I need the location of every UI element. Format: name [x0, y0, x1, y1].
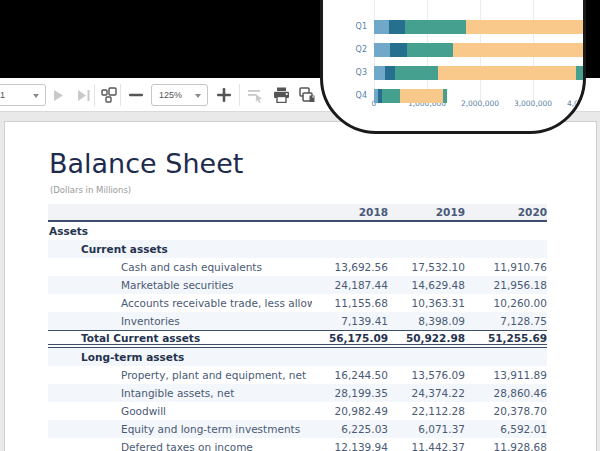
row-value: 14,629.48 — [388, 279, 465, 291]
table-row: Intangible assets, net28,199.3524,374.22… — [48, 384, 547, 402]
segment-dark-blue — [390, 43, 407, 57]
category-label: Q1 — [325, 22, 367, 31]
row-value: 11,155.68 — [312, 297, 388, 309]
row-value: 13,576.09 — [388, 369, 465, 381]
x-tick-label: 3,000,000 — [503, 99, 563, 108]
chevron-down-icon — [195, 94, 201, 98]
bar-Q4 — [374, 89, 447, 103]
table-row: Goodwill20,982.4922,112.2820,378.70 — [48, 402, 547, 420]
category-label: Q2 — [325, 45, 367, 54]
zoom-out-button[interactable] — [124, 83, 148, 107]
segment-teal — [407, 43, 453, 57]
row-value: 20,378.70 — [465, 405, 547, 417]
row-value: 6,071.37 — [388, 423, 465, 435]
table-row: Inventories7,139.418,398.097,128.75 — [48, 312, 547, 330]
row-value: 12,139.94 — [312, 441, 388, 451]
segment-teal — [382, 89, 399, 103]
segment-light-blue — [374, 43, 390, 57]
x-tick-label: 2,000,000 — [450, 99, 510, 108]
table-row: Current assets — [48, 240, 547, 258]
category-label: Q3 — [325, 68, 367, 77]
row-label: Inventories — [48, 315, 312, 327]
bar-Q2 — [374, 43, 586, 57]
zoom-in-button[interactable] — [212, 83, 236, 107]
print-button[interactable] — [269, 83, 293, 107]
row-label: Cash and cash equivalents — [48, 261, 312, 273]
row-value: 8,398.09 — [388, 315, 465, 327]
row-value: 7,128.75 — [465, 315, 547, 327]
report-page: Balance Sheet (Dollars in Millions) 2018… — [4, 121, 597, 451]
column-header-2018: 2018 — [312, 206, 388, 218]
multi-page-view-button[interactable] — [97, 83, 121, 107]
segment-orange — [438, 66, 576, 80]
stacked-bar-chart: 01,000,0002,000,0003,000,0004,000,000Q1Q… — [323, 0, 583, 131]
column-header-2019: 2019 — [388, 206, 465, 218]
row-value: 50,922.98 — [388, 332, 465, 344]
row-label: Current assets — [48, 243, 312, 255]
zoom-level-select[interactable]: 125% — [151, 84, 208, 106]
row-label: Assets — [48, 225, 312, 237]
row-value: 10,260.00 — [465, 297, 547, 309]
row-value: 56,175.09 — [312, 332, 388, 344]
row-value: 13,692.56 — [312, 261, 388, 273]
page-number-select[interactable]: of 1 — [0, 84, 46, 106]
row-value: 20,982.49 — [312, 405, 388, 417]
row-value: 28,199.35 — [312, 387, 388, 399]
multi-page-icon — [101, 87, 118, 103]
table-row: Accounts receivable trade, less allowanc… — [48, 294, 547, 312]
segment-teal-2 — [443, 89, 447, 103]
segment-orange — [400, 89, 443, 103]
row-value: 17,532.10 — [388, 261, 465, 273]
row-value: 16,244.50 — [312, 369, 388, 381]
bar-Q3 — [374, 66, 586, 80]
table-header-row: 201820192020 — [48, 204, 547, 222]
table-row: Total Current assets56,175.0950,922.9851… — [48, 330, 547, 348]
segment-dark-blue — [389, 20, 405, 34]
next-page-button[interactable] — [46, 83, 70, 107]
row-value: 6,592.01 — [465, 423, 547, 435]
row-value: 28,860.46 — [465, 387, 547, 399]
row-value: 13,911.89 — [465, 369, 547, 381]
row-label: Equity and long-term investments — [48, 423, 312, 435]
segment-orange — [466, 20, 586, 34]
row-value: 24,374.22 — [388, 387, 465, 399]
row-value: 11,928.68 — [465, 441, 547, 451]
row-label: Defered taxes on income — [48, 441, 312, 451]
page-setup-icon — [299, 87, 317, 103]
last-page-button[interactable] — [72, 83, 96, 107]
text-selection-tool-button[interactable] — [243, 83, 267, 107]
balance-sheet-table: 201820192020AssetsCurrent assetsCash and… — [48, 204, 547, 451]
table-row: Long-term assets — [48, 348, 547, 366]
row-value: 10,363.31 — [388, 297, 465, 309]
row-label: Goodwill — [48, 405, 312, 417]
segment-dark-blue — [385, 66, 395, 80]
segment-teal-2 — [576, 66, 586, 80]
document-viewer[interactable]: Balance Sheet (Dollars in Millions) 2018… — [0, 112, 600, 451]
column-header-2020: 2020 — [465, 206, 547, 218]
category-label: Q4 — [325, 91, 367, 100]
row-value: 21,956.18 — [465, 279, 547, 291]
row-label: Property, plant and equipment, net — [48, 369, 312, 381]
table-row: Equity and long-term investments6,225.03… — [48, 420, 547, 438]
chevron-down-icon — [33, 94, 39, 98]
row-value: 11,910.76 — [465, 261, 547, 273]
page-title: Balance Sheet — [49, 148, 243, 179]
toolbar-separator — [239, 84, 240, 106]
zoom-callout-bubble: 01,000,0002,000,0003,000,0004,000,000Q1Q… — [320, 0, 586, 134]
last-page-icon — [77, 89, 91, 102]
table-row: Defered taxes on income12,139.9411,442.3… — [48, 438, 547, 451]
print-preview-button[interactable] — [296, 83, 320, 107]
row-value: 11,442.37 — [388, 441, 465, 451]
table-row: Property, plant and equipment, net16,244… — [48, 366, 547, 384]
segment-light-blue — [374, 66, 385, 80]
row-value: 7,139.41 — [312, 315, 388, 327]
segment-light-blue — [374, 20, 389, 34]
row-label: Marketable securities — [48, 279, 312, 291]
play-icon — [52, 89, 65, 102]
segment-teal — [405, 20, 466, 34]
row-value: 6,225.03 — [312, 423, 388, 435]
plus-icon — [217, 88, 231, 102]
table-row: Cash and cash equivalents13,692.5617,532… — [48, 258, 547, 276]
bar-Q1 — [374, 20, 586, 34]
toolbar-separator — [94, 84, 95, 106]
